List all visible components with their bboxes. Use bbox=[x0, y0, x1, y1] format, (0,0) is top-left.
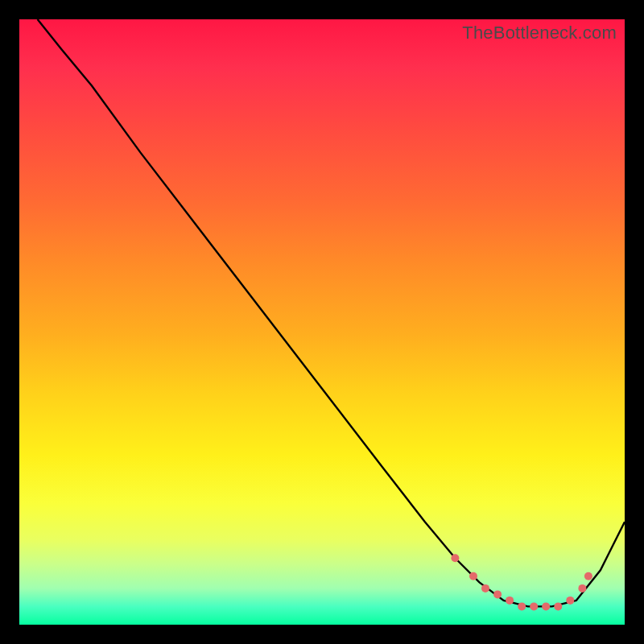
chart-svg bbox=[19, 19, 625, 625]
chart-frame: TheBottleneck.com bbox=[19, 19, 625, 625]
highlight-dot bbox=[566, 597, 574, 605]
highlight-dot bbox=[469, 572, 477, 580]
highlight-dot bbox=[506, 597, 514, 605]
bottleneck-curve bbox=[38, 19, 625, 606]
highlight-dot bbox=[542, 602, 550, 610]
highlight-dot bbox=[451, 554, 459, 562]
highlight-dot bbox=[578, 584, 586, 592]
highlight-dot bbox=[518, 602, 526, 610]
highlight-dot bbox=[493, 590, 502, 598]
highlight-dot bbox=[554, 602, 562, 610]
highlight-dots-group bbox=[451, 554, 592, 610]
highlight-dot bbox=[584, 572, 592, 580]
highlight-dot bbox=[481, 584, 489, 592]
highlight-dot bbox=[530, 602, 538, 610]
